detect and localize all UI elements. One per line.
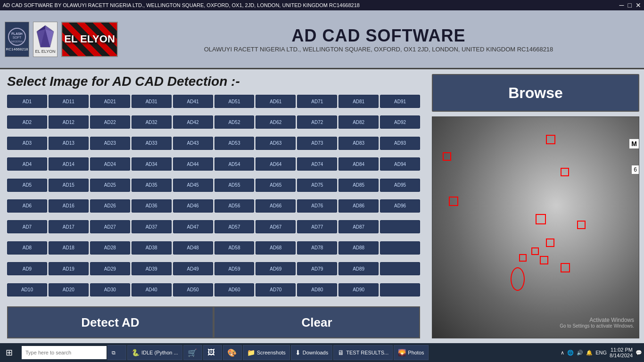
ad-button-31[interactable]: AD4 xyxy=(7,157,47,171)
ad-button-11[interactable]: AD2 xyxy=(7,115,47,129)
ad-button-46[interactable]: AD55 xyxy=(215,179,255,192)
ad-button-9[interactable]: AD81 xyxy=(339,95,379,108)
screenshots-button[interactable]: 📁 Screenshots xyxy=(243,345,290,360)
ad-button-64[interactable]: AD37 xyxy=(132,220,172,233)
ad-button-33[interactable]: AD24 xyxy=(90,157,130,171)
downloads-button[interactable]: ⬇ Downloads xyxy=(291,345,332,360)
ad-button-48[interactable]: AD75 xyxy=(297,179,337,192)
ad-button-87[interactable]: AD69 xyxy=(256,262,296,275)
start-button[interactable]: ⊞ xyxy=(2,345,21,360)
ad-button-18[interactable]: AD72 xyxy=(297,115,337,129)
ad-button-81[interactable]: AD9 xyxy=(7,262,47,275)
ad-button-68[interactable]: AD77 xyxy=(297,220,337,233)
clear-button[interactable]: Clear xyxy=(214,306,420,338)
ad-button-95[interactable]: AD50 xyxy=(173,283,213,296)
ad-button-51[interactable]: AD6 xyxy=(7,199,47,213)
ad-button-97[interactable]: AD70 xyxy=(256,283,296,296)
ad-button-72[interactable]: AD18 xyxy=(49,241,89,255)
ad-button-35[interactable]: AD44 xyxy=(173,157,213,171)
ad-button-49[interactable]: AD85 xyxy=(339,179,379,192)
ad-button-5[interactable]: AD41 xyxy=(173,95,213,108)
ad-button-47[interactable]: AD65 xyxy=(256,179,296,192)
task-view-button[interactable]: ⧉ xyxy=(107,345,126,360)
ad-button-2[interactable]: AD11 xyxy=(49,95,89,108)
ad-button-13[interactable]: AD22 xyxy=(90,115,130,129)
ad-button-27[interactable]: AD63 xyxy=(256,137,296,150)
browse-button[interactable]: Browse xyxy=(432,74,639,112)
ad-button-53[interactable]: AD26 xyxy=(90,199,130,213)
ad-button-55[interactable]: AD46 xyxy=(173,199,213,213)
ad-button-6[interactable]: AD51 xyxy=(215,95,255,108)
ad-button-66[interactable]: AD57 xyxy=(215,220,255,233)
detect-ad-button[interactable]: Detect AD xyxy=(7,306,214,338)
ad-button-80[interactable] xyxy=(380,241,420,255)
ad-button-29[interactable]: AD83 xyxy=(339,137,379,150)
ad-button-17[interactable]: AD62 xyxy=(256,115,296,129)
ad-button-98[interactable]: AD80 xyxy=(297,283,337,296)
ad-button-67[interactable]: AD67 xyxy=(256,220,296,233)
ad-button-25[interactable]: AD43 xyxy=(173,137,213,150)
ad-button-54[interactable]: AD36 xyxy=(132,199,172,213)
ad-button-61[interactable]: AD7 xyxy=(7,220,47,233)
test-results-button[interactable]: 🖥 TEST RESULTS... xyxy=(333,345,393,360)
ad-button-28[interactable]: AD73 xyxy=(297,137,337,150)
ad-button-26[interactable]: AD53 xyxy=(215,137,255,150)
ad-button-86[interactable]: AD59 xyxy=(215,262,255,275)
ad-button-37[interactable]: AD64 xyxy=(256,157,296,171)
ad-button-36[interactable]: AD54 xyxy=(215,157,255,171)
ad-button-62[interactable]: AD17 xyxy=(49,220,89,233)
ad-button-38[interactable]: AD74 xyxy=(297,157,337,171)
ad-button-76[interactable]: AD58 xyxy=(215,241,255,255)
ad-button-10[interactable]: AD91 xyxy=(380,95,420,108)
ad-button-73[interactable]: AD28 xyxy=(90,241,130,255)
ad-button-19[interactable]: AD82 xyxy=(339,115,379,129)
ad-button-82[interactable]: AD19 xyxy=(49,262,89,275)
ad-button-75[interactable]: AD48 xyxy=(173,241,213,255)
ad-button-4[interactable]: AD31 xyxy=(132,95,172,108)
ad-button-69[interactable]: AD87 xyxy=(339,220,379,233)
ad-button-100[interactable] xyxy=(380,283,420,296)
ad-button-83[interactable]: AD29 xyxy=(90,262,130,275)
ad-button-85[interactable]: AD49 xyxy=(173,262,213,275)
color-icon-button[interactable]: 🎨 xyxy=(223,345,242,360)
ad-button-45[interactable]: AD45 xyxy=(173,179,213,192)
ad-button-84[interactable]: AD39 xyxy=(132,262,172,275)
ad-button-77[interactable]: AD68 xyxy=(256,241,296,255)
ad-button-58[interactable]: AD76 xyxy=(297,199,337,213)
ad-button-79[interactable]: AD88 xyxy=(339,241,379,255)
ad-button-7[interactable]: AD61 xyxy=(256,95,296,108)
ad-button-8[interactable]: AD71 xyxy=(297,95,337,108)
ad-button-43[interactable]: AD25 xyxy=(90,179,130,192)
ad-button-57[interactable]: AD66 xyxy=(256,199,296,213)
ad-button-39[interactable]: AD84 xyxy=(339,157,379,171)
ad-button-34[interactable]: AD34 xyxy=(132,157,172,171)
close-button[interactable]: ✕ xyxy=(636,1,641,9)
ad-button-24[interactable]: AD33 xyxy=(132,137,172,150)
ad-button-20[interactable]: AD92 xyxy=(380,115,420,129)
ad-button-88[interactable]: AD79 xyxy=(297,262,337,275)
ad-button-70[interactable] xyxy=(380,220,420,233)
ad-button-40[interactable]: AD94 xyxy=(380,157,420,171)
ad-button-41[interactable]: AD5 xyxy=(7,179,47,192)
ad-button-90[interactable] xyxy=(380,262,420,275)
maximize-button[interactable]: □ xyxy=(628,1,632,9)
ad-button-50[interactable]: AD95 xyxy=(380,179,420,192)
ad-button-56[interactable]: AD56 xyxy=(215,199,255,213)
ad-button-21[interactable]: AD3 xyxy=(7,137,47,150)
minimize-button[interactable]: ─ xyxy=(619,1,624,9)
ad-button-15[interactable]: AD42 xyxy=(173,115,213,129)
idle-python-button[interactable]: 🐍 IDLE (Python ... xyxy=(127,345,182,360)
ad-button-71[interactable]: AD8 xyxy=(7,241,47,255)
ad-button-1[interactable]: AD1 xyxy=(7,95,47,108)
ad-button-94[interactable]: AD40 xyxy=(132,283,172,296)
ad-button-23[interactable]: AD23 xyxy=(90,137,130,150)
ad-button-44[interactable]: AD35 xyxy=(132,179,172,192)
ad-button-96[interactable]: AD60 xyxy=(215,283,255,296)
ad-button-30[interactable]: AD93 xyxy=(380,137,420,150)
ad-button-12[interactable]: AD12 xyxy=(49,115,89,129)
ad-button-74[interactable]: AD38 xyxy=(132,241,172,255)
ad-button-93[interactable]: AD30 xyxy=(90,283,130,296)
ad-button-16[interactable]: AD52 xyxy=(215,115,255,129)
ad-button-52[interactable]: AD16 xyxy=(49,199,89,213)
ad-button-32[interactable]: AD14 xyxy=(49,157,89,171)
